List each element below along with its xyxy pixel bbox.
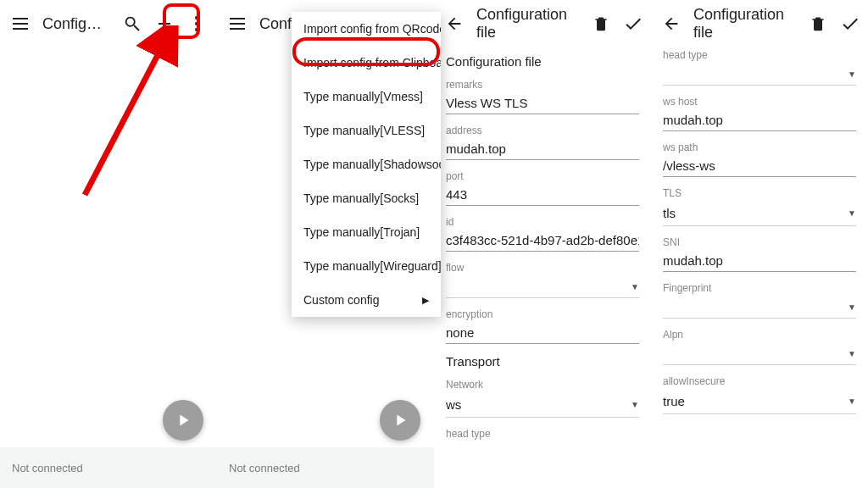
menu-custom-config[interactable]: Custom config▶: [292, 283, 441, 317]
label-sni: SNI: [663, 236, 856, 248]
transport-heading: Transport: [446, 354, 639, 369]
label-remarks: remarks: [446, 79, 639, 91]
headtype-dropdown[interactable]: ▼: [663, 61, 856, 86]
menu-type-trojan[interactable]: Type manually[Trojan]: [292, 215, 441, 249]
page-title: Configuration file: [693, 6, 784, 42]
label-wshost: ws host: [663, 96, 856, 108]
delete-icon[interactable]: [591, 14, 611, 34]
menu-type-socks[interactable]: Type manually[Socks]: [292, 181, 441, 215]
address-input[interactable]: [446, 136, 639, 160]
chevron-down-icon: ▼: [848, 302, 856, 312]
chevron-down-icon: ▼: [631, 400, 639, 409]
label-headtype: head type: [663, 49, 856, 61]
add-icon[interactable]: [154, 14, 175, 34]
chevron-down-icon: ▼: [631, 282, 639, 291]
label-wspath: ws path: [663, 141, 856, 153]
label-headtype: head type: [446, 428, 639, 440]
fingerprint-dropdown[interactable]: ▼: [663, 294, 856, 319]
chevron-right-icon: ▶: [422, 295, 429, 306]
label-address: address: [446, 125, 639, 136]
label-id: id: [446, 216, 639, 228]
label-tls: TLS: [663, 187, 856, 199]
more-icon[interactable]: [186, 14, 207, 34]
chevron-down-icon: ▼: [848, 349, 856, 358]
menu-type-wireguard[interactable]: Type manually[Wireguard]: [292, 249, 441, 283]
chevron-down-icon: ▼: [848, 69, 856, 79]
page-title: Configuration file: [476, 6, 567, 42]
chevron-down-icon: ▼: [848, 208, 856, 218]
label-alpn: Alpn: [663, 329, 856, 341]
status-bar: Not connected: [0, 447, 217, 488]
search-icon[interactable]: [122, 14, 142, 34]
id-input[interactable]: [446, 228, 639, 252]
port-input[interactable]: [446, 182, 639, 206]
run-fab[interactable]: [163, 400, 203, 441]
label-network: Network: [446, 379, 639, 391]
back-icon[interactable]: [444, 14, 465, 34]
flow-dropdown[interactable]: ▼: [446, 274, 639, 298]
encryption-input[interactable]: [446, 320, 639, 344]
label-encryption: encryption: [446, 308, 639, 320]
delete-icon[interactable]: [808, 14, 828, 34]
connection-status: Not connected: [229, 462, 300, 474]
chevron-down-icon: ▼: [848, 396, 856, 406]
check-icon[interactable]: [623, 14, 643, 34]
label-allowinsecure: allowInsecure: [663, 375, 856, 387]
network-dropdown[interactable]: ws ▼: [446, 391, 639, 418]
app-title: Configuration…: [42, 15, 110, 33]
run-fab[interactable]: [380, 400, 420, 441]
tls-dropdown[interactable]: tls ▼: [663, 199, 856, 226]
remarks-input[interactable]: [446, 91, 639, 114]
check-icon[interactable]: [840, 14, 860, 34]
menu-type-vless[interactable]: Type manually[VLESS]: [292, 114, 441, 147]
label-fingerprint: Fingerprint: [663, 282, 856, 294]
menu-type-shadowsocks[interactable]: Type manually[Shadowsocks]: [292, 147, 441, 181]
label-port: port: [446, 170, 639, 182]
allowinsecure-dropdown[interactable]: true ▼: [663, 387, 856, 414]
hamburger-icon[interactable]: [227, 14, 248, 34]
connection-status: Not connected: [12, 462, 83, 474]
label-flow: flow: [446, 262, 639, 274]
section-heading: Configuration file: [446, 54, 639, 69]
back-icon[interactable]: [661, 14, 682, 34]
menu-import-clipboard[interactable]: Import config from Clipboard: [292, 46, 441, 80]
add-menu: Import config from QRcode Import config …: [292, 12, 441, 317]
wshost-input[interactable]: [663, 108, 856, 131]
menu-import-qrcode[interactable]: Import config from QRcode: [292, 12, 441, 46]
menu-type-vmess[interactable]: Type manually[Vmess]: [292, 80, 441, 114]
status-bar: Not connected: [217, 447, 434, 488]
sni-input[interactable]: [663, 248, 856, 272]
alpn-dropdown[interactable]: ▼: [663, 341, 856, 365]
hamburger-icon[interactable]: [10, 14, 31, 34]
wspath-input[interactable]: [663, 153, 856, 177]
